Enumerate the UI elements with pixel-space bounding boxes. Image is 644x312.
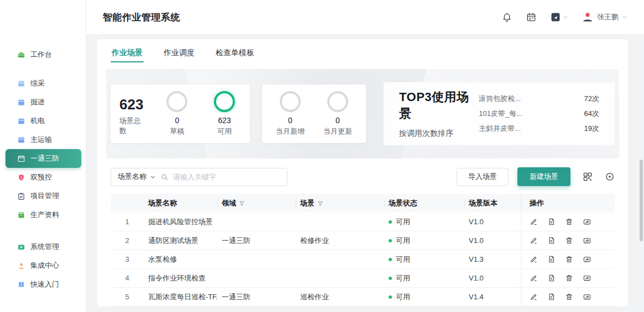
top3-usage-card: TOP3使用场景 按调用次数排序 滚筒包胶检... 72次 101皮带_每...… xyxy=(384,82,615,145)
stats-banner: 623 场景总数 0 草稿 623 可用 0 当月新增 0 xyxy=(106,69,619,158)
stat-draft: 0 草稿 xyxy=(161,84,194,136)
calendar-icon[interactable] xyxy=(526,12,537,23)
copy-document-icon[interactable] xyxy=(547,236,556,245)
shield-icon xyxy=(17,173,25,182)
chevron-down-icon xyxy=(150,174,156,180)
available-ring-icon xyxy=(214,91,235,112)
app-launcher-icon[interactable] xyxy=(550,12,568,23)
col-actions: 操作 xyxy=(521,194,615,213)
scenario-name: 指令作业环境检查 xyxy=(144,273,217,283)
delete-icon[interactable] xyxy=(565,218,573,226)
vertical-scrollbar[interactable] xyxy=(640,160,643,241)
calendar-icon xyxy=(17,79,25,88)
create-scenario-button[interactable]: 新建场景 xyxy=(517,167,570,186)
person-icon xyxy=(17,261,25,270)
calendar-icon xyxy=(17,154,25,163)
sidebar-item-workbench[interactable]: 工作台 xyxy=(0,45,86,64)
status-cell: 可用 xyxy=(384,217,464,227)
sidebar-item-system-management[interactable]: 系统管理 xyxy=(0,237,86,256)
sidebar-item-excavation[interactable]: 掘进 xyxy=(0,93,86,112)
user-menu[interactable]: 张王鹏 xyxy=(582,11,627,23)
sidebar-item-ventilation-three-prevention[interactable]: 一通三防 xyxy=(6,149,81,168)
copy-document-icon[interactable] xyxy=(547,274,556,282)
edit-icon[interactable] xyxy=(530,274,538,282)
sidebar-item-label: 集成中心 xyxy=(30,261,59,271)
col-scenario-name: 场景名称 xyxy=(144,194,217,213)
status-cell: 可用 xyxy=(384,292,464,302)
delete-icon[interactable] xyxy=(565,255,573,263)
table-row[interactable]: 2 通防区测试场景 一通三防 检修作业 可用 V1.0 xyxy=(111,231,615,250)
import-scenario-button[interactable]: 导入场景 xyxy=(457,168,509,186)
col-status: 场景状态 xyxy=(384,194,464,213)
tab-work-scheduling[interactable]: 作业调度 xyxy=(163,39,196,67)
status-cell: 可用 xyxy=(384,255,464,265)
col-scene[interactable]: 场景 xyxy=(296,194,384,213)
total-scenarios-value: 623 xyxy=(119,97,146,113)
sidebar-item-production-data[interactable]: 生产资料 xyxy=(0,205,86,224)
sidebar-item-label: 工作台 xyxy=(30,50,52,60)
table-header: 场景名称 领域 场景 场景状态 场景版本 操作 xyxy=(111,194,615,213)
delete-icon[interactable] xyxy=(565,236,573,245)
filter-icon xyxy=(317,200,323,207)
edit-icon[interactable] xyxy=(530,218,538,226)
table-row[interactable]: 1 掘进机风险管控场景 可用 V1.0 xyxy=(111,213,615,231)
stat-month-new: 0 当月新增 xyxy=(273,84,308,136)
top3-item: 101皮带_每... 64次 xyxy=(479,109,599,119)
copy-document-icon[interactable] xyxy=(547,218,556,226)
sidebar: 工作台 综采 掘进 机电 主运输 一通三防 双预控 xyxy=(0,0,86,312)
share-icon[interactable] xyxy=(583,274,591,282)
sidebar-item-quick-start[interactable]: 快速入门 xyxy=(0,275,86,294)
delete-icon[interactable] xyxy=(565,293,573,301)
edit-icon[interactable] xyxy=(530,293,538,301)
tab-checklist-template[interactable]: 检查单模板 xyxy=(214,39,255,67)
grid-view-icon[interactable] xyxy=(583,172,593,182)
status-dot xyxy=(389,258,392,261)
user-name: 张王鹏 xyxy=(597,12,619,22)
sidebar-item-project-management[interactable]: 项目管理 xyxy=(0,187,86,205)
stat-available: 623 可用 xyxy=(208,84,241,136)
copy-document-icon[interactable] xyxy=(547,293,556,301)
sidebar-item-label: 主运输 xyxy=(30,135,52,145)
sidebar-item-integration-center[interactable]: 集成中心 xyxy=(0,256,86,275)
sidebar-item-label: 快速入门 xyxy=(30,279,59,289)
status-cell: 可用 xyxy=(384,236,464,246)
topbar: 智能作业管理系统 张王鹏 xyxy=(86,0,644,35)
scenario-table: 场景名称 领域 场景 场景状态 场景版本 操作 1 掘进机风险管控场景 可用 V… xyxy=(111,194,615,306)
copy-document-icon[interactable] xyxy=(547,255,556,263)
tab-work-scenario[interactable]: 作业场景 xyxy=(111,39,144,67)
table-toolbar: 场景名称 导入场景 新建场景 xyxy=(111,167,615,186)
col-version: 场景版本 xyxy=(464,194,521,213)
search-input[interactable] xyxy=(173,173,280,181)
month-updated-ring-icon xyxy=(327,91,348,112)
table-row[interactable]: 3 水泵检修 可用 V1.3 xyxy=(111,250,615,269)
stat-month-updated: 0 当月更新 xyxy=(320,84,355,136)
calendar-icon xyxy=(17,135,25,144)
settings-target-icon[interactable] xyxy=(605,172,615,182)
draft-ring-icon xyxy=(166,91,187,112)
sidebar-item-dual-prevention[interactable]: 双预控 xyxy=(0,168,86,187)
send-panel-icon xyxy=(17,242,25,251)
table-row[interactable]: 4 指令作业环境检查 可用 V1.0 xyxy=(111,269,615,288)
sidebar-item-label: 一通三防 xyxy=(30,154,59,163)
edit-icon[interactable] xyxy=(530,255,538,263)
top3-item: 滚筒包胶检... 72次 xyxy=(479,94,599,104)
sidebar-item-label: 项目管理 xyxy=(30,191,59,201)
calendar-icon xyxy=(17,117,25,125)
filter-icon xyxy=(239,200,245,207)
sidebar-item-label: 综采 xyxy=(30,78,45,88)
col-domain[interactable]: 领域 xyxy=(217,194,296,213)
search-field-select[interactable]: 场景名称 xyxy=(118,172,156,182)
sidebar-item-fully-mechanized-mining[interactable]: 综采 xyxy=(0,74,86,93)
share-icon[interactable] xyxy=(583,293,591,301)
sidebar-item-main-transport[interactable]: 主运输 xyxy=(0,130,86,149)
bell-icon[interactable] xyxy=(501,12,512,23)
table-row[interactable]: 5 瓦斯浓度每日巡检-TF... 一通三防 巡检作业 可用 V1.4 xyxy=(111,288,615,306)
share-icon[interactable] xyxy=(583,218,591,226)
scenario-total-card: 623 场景总数 0 草稿 623 可用 xyxy=(111,84,250,143)
edit-icon[interactable] xyxy=(530,236,538,245)
top3-subtitle: 按调用次数排序 xyxy=(399,129,479,139)
share-icon[interactable] xyxy=(583,236,591,245)
share-icon[interactable] xyxy=(583,255,591,263)
sidebar-item-mechatronics[interactable]: 机电 xyxy=(0,112,86,130)
delete-icon[interactable] xyxy=(565,274,573,282)
